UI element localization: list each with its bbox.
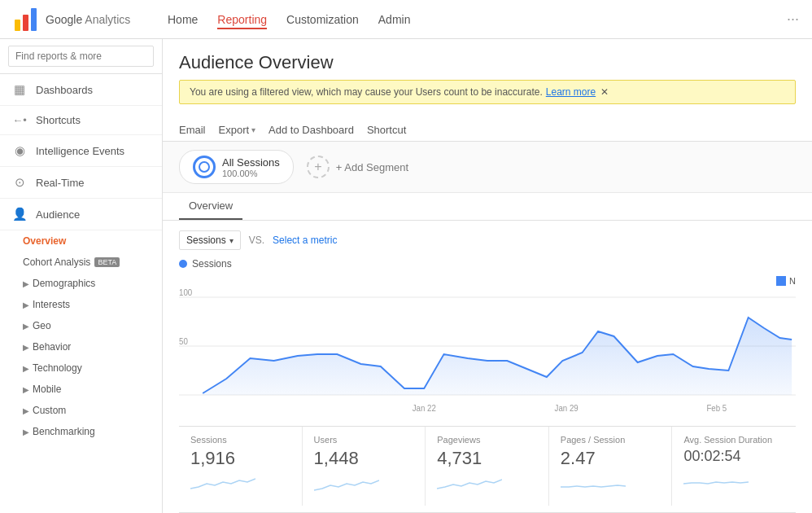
filter-banner: You are using a filtered view, which may… [179, 80, 796, 104]
arrow-icon: ▶ [23, 428, 29, 436]
tab-overview[interactable]: Overview [179, 193, 242, 220]
nav-reporting[interactable]: Reporting [217, 10, 267, 29]
sidebar-item-label: Real-Time [36, 177, 84, 189]
nav-admin[interactable]: Admin [378, 10, 411, 29]
sidebar-subitem-behavior[interactable]: ▶ Behavior [0, 336, 162, 357]
cohort-label: Cohort Analysis [23, 256, 90, 268]
segment-circle-inner [199, 161, 210, 173]
demographics-label: Demographics [33, 278, 95, 289]
sidebar-item-label: Audience [36, 208, 80, 221]
n-legend-label: N [789, 276, 796, 286]
email-button[interactable]: Email [179, 124, 206, 136]
add-dashboard-button[interactable]: Add to Dashboard [268, 124, 354, 136]
arrow-icon: ▶ [23, 322, 29, 331]
sidebar-subitem-overview[interactable]: Overview [0, 230, 162, 252]
chart-container: N 100 50 [179, 273, 796, 419]
arrow-icon: ▶ [23, 385, 29, 394]
beta-badge: BETA [94, 257, 120, 267]
intelligence-icon: ◉ [11, 143, 28, 158]
sparkline-sessions [190, 472, 255, 495]
technology-label: Technology [33, 362, 82, 374]
sessions-indicator: Sessions [179, 258, 796, 270]
shortcut-button[interactable]: Shortcut [367, 124, 406, 136]
metric-arrow-icon: ▾ [229, 236, 234, 245]
sidebar-subitem-mobile[interactable]: ▶ Mobile [0, 379, 162, 400]
arrow-icon: ▶ [23, 364, 29, 373]
sidebar-item-dashboards[interactable]: ▦ Dashboards [0, 74, 162, 106]
header-more-button[interactable]: ··· [787, 11, 799, 28]
stats-grid: Sessions 1,916 Users 1,448 Pageviews 4,7… [179, 426, 796, 506]
stat-pageviews: Pageviews 4,731 [426, 427, 549, 506]
sidebar-item-audience[interactable]: 👤 Audience [0, 199, 162, 230]
stat-pages-per-session: Pages / Session 2.47 [549, 427, 673, 506]
filter-banner-text: You are using a filtered view, which may… [190, 86, 543, 98]
close-banner-button[interactable]: ✕ [600, 86, 609, 98]
logo-area: Google Analytics [13, 7, 168, 33]
segment-circle-icon [193, 156, 216, 178]
page-title: Audience Overview [179, 52, 796, 73]
realtime-icon: ⊙ [11, 175, 28, 190]
search-input[interactable] [8, 46, 154, 67]
vs-text: VS. [249, 235, 264, 246]
svg-text:100: 100 [179, 288, 193, 297]
svg-text:Jan 22: Jan 22 [413, 404, 436, 413]
sidebar-subitem-custom[interactable]: ▶ Custom [0, 400, 162, 421]
sidebar-subitem-interests[interactable]: ▶ Interests [0, 294, 162, 315]
sidebar-subitem-cohort[interactable]: Cohort Analysis BETA [0, 252, 162, 273]
sidebar-subitem-technology[interactable]: ▶ Technology [0, 357, 162, 379]
mobile-label: Mobile [33, 384, 61, 395]
stat-label: Pageviews [437, 435, 537, 445]
segment-percent: 100.00% [222, 169, 280, 178]
main-layout: ▦ Dashboards ←• Shortcuts ◉ Intelligence… [0, 39, 812, 513]
all-sessions-segment[interactable]: All Sessions 100.00% [179, 150, 294, 184]
sidebar-subitem-geo[interactable]: ▶ Geo [0, 315, 162, 336]
behavior-label: Behavior [33, 341, 71, 353]
sessions-label-text: Sessions [192, 258, 232, 270]
sparkline-pageviews [437, 472, 502, 495]
nav-home[interactable]: Home [168, 10, 198, 29]
metric-dropdown[interactable]: Sessions ▾ [179, 230, 241, 250]
svg-text:50: 50 [179, 337, 188, 346]
export-label: Export [219, 124, 250, 136]
main-content: Audience Overview You are using a filter… [163, 39, 812, 513]
stat-label: Pages / Session [561, 435, 661, 445]
sidebar-item-realtime[interactable]: ⊙ Real-Time [0, 167, 162, 199]
arrow-icon: ▶ [23, 406, 29, 415]
export-dropdown[interactable]: Export ▾ [219, 124, 256, 136]
custom-label: Custom [33, 405, 66, 416]
segment-label: All Sessions [222, 156, 280, 169]
chart-area: Sessions ▾ VS. Select a metric Sessions … [163, 221, 812, 513]
sidebar-item-label: Intelligence Events [36, 145, 124, 157]
audience-icon: 👤 [11, 207, 28, 221]
svg-text:Feb 5: Feb 5 [706, 404, 727, 413]
stat-value: 2.47 [561, 448, 661, 469]
sidebar-item-intelligence[interactable]: ◉ Intelligence Events [0, 135, 162, 167]
sidebar-subitem-benchmarking[interactable]: ▶ Benchmarking [0, 421, 162, 442]
svg-text:Jan 29: Jan 29 [555, 404, 579, 413]
segments-bar: All Sessions 100.00% + + Add Segment [163, 142, 812, 193]
chart-controls: Sessions ▾ VS. Select a metric [179, 230, 796, 250]
sessions-dot-icon [179, 260, 187, 268]
sidebar-item-shortcuts[interactable]: ←• Shortcuts [0, 106, 162, 135]
dashboards-icon: ▦ [11, 82, 28, 97]
export-arrow-icon: ▾ [251, 125, 255, 134]
interests-label: Interests [33, 299, 70, 310]
svg-rect-0 [15, 20, 20, 31]
sparkline-users [314, 472, 379, 495]
sidebar-subitem-demographics[interactable]: ▶ Demographics [0, 273, 162, 294]
sparkline-pages-session [561, 472, 626, 495]
page-header: Audience Overview You are using a filter… [163, 39, 812, 119]
add-segment-button[interactable]: + + Add Segment [307, 156, 408, 178]
arrow-icon: ▶ [23, 343, 29, 352]
select-metric-link[interactable]: Select a metric [273, 235, 337, 246]
benchmarking-label: Benchmarking [33, 426, 95, 437]
learn-more-link[interactable]: Learn more [546, 86, 596, 98]
add-segment-label: + Add Segment [336, 161, 408, 173]
sidebar-item-label: Dashboards [36, 84, 93, 96]
overview-label: Overview [23, 235, 66, 247]
arrow-icon: ▶ [23, 279, 29, 288]
stat-value: 00:02:54 [683, 448, 784, 465]
geo-label: Geo [33, 320, 51, 331]
sparkline-duration [683, 468, 749, 491]
nav-customization[interactable]: Customization [286, 10, 359, 29]
